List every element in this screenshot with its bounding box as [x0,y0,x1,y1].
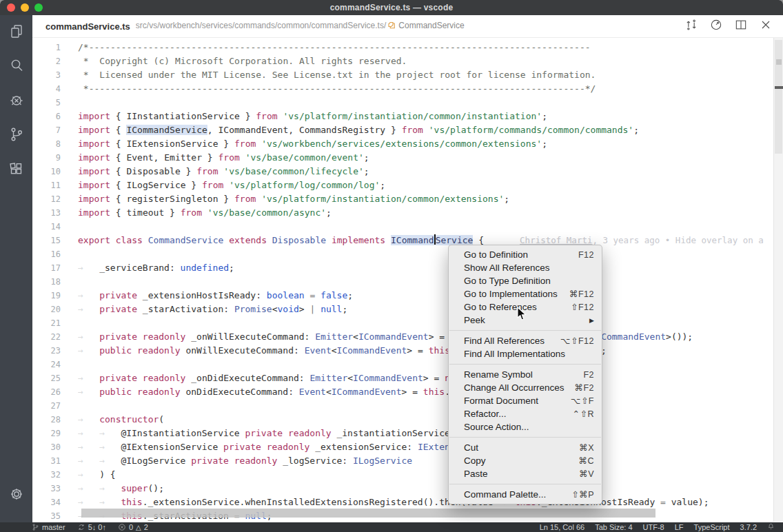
code-line-5[interactable]: 5 [32,96,783,110]
line-number[interactable]: 30 [32,440,78,454]
activity-item-explorer[interactable] [0,15,32,50]
line-number[interactable]: 11 [32,178,78,192]
line-number[interactable]: 27 [32,399,78,413]
line-number[interactable]: 35 [32,509,78,522]
code-line-10[interactable]: 10import { Disposable } from 'vs/base/co… [32,165,783,178]
code-line-21[interactable]: 21 [32,316,783,330]
line-number[interactable]: 34 [32,495,78,509]
vertical-scrollbar[interactable] [773,38,783,522]
activity-item-search[interactable] [0,50,32,84]
menu-item-command-palette[interactable]: Command Palette...⇧⌘P [449,488,602,501]
line-number[interactable]: 4 [32,82,78,96]
title-bar[interactable]: commandService.ts — vscode [0,0,783,15]
code-line-32[interactable]: 32→) { [32,468,783,482]
horizontal-scrollbar[interactable] [81,509,655,518]
problems-indicator[interactable]: 0 △ 2 [118,523,148,531]
code-editor[interactable]: 1/*-------------------------------------… [32,38,783,522]
code-line-29[interactable]: 29→→@IInstantiationService private reado… [32,427,783,440]
line-number[interactable]: 23 [32,344,78,358]
open-changes-button[interactable] [684,19,699,34]
code-line-27[interactable]: 27 [32,399,783,413]
split-editor-button[interactable] [733,19,749,34]
code-line-18[interactable]: 18 [32,275,783,289]
code-line-23[interactable]: 23→public readonly onWillExecuteCommand:… [32,344,783,358]
code-line-26[interactable]: 26→public readonly onDidExecuteCommand: … [32,385,783,399]
code-line-17[interactable]: 17→_serviceBrand: undefined; [32,261,783,275]
line-number[interactable]: 29 [32,427,78,440]
menu-item-refactor[interactable]: Refactor...⌃⇧R [449,407,602,420]
line-number[interactable]: 32 [32,468,78,482]
line-number[interactable]: 19 [32,289,78,303]
menu-item-find-all-implementations[interactable]: Find All Implementations [449,347,602,360]
line-number[interactable]: 13 [32,206,78,220]
menu-item-copy[interactable]: Copy⌘C [449,454,602,467]
code-line-9[interactable]: 9import { Event, Emitter } from 'vs/base… [32,151,783,165]
line-number[interactable]: 3 [32,68,78,82]
code-line-1[interactable]: 1/*-------------------------------------… [32,41,783,54]
line-number[interactable]: 25 [32,371,78,385]
code-line-16[interactable]: 16 [32,247,783,261]
status-tab-size[interactable]: Tab Size: 4 [595,523,632,531]
menu-item-peek[interactable]: Peek▶ [449,314,602,327]
status-language-mode[interactable]: TypeScript [694,523,730,531]
code-line-14[interactable]: 14 [32,220,783,234]
menu-item-go-to-definition[interactable]: Go to DefinitionF12 [449,248,602,261]
close-window-button[interactable] [7,3,15,12]
menu-item-format-document[interactable]: Format Document⌥⇧F [449,394,602,407]
code-line-12[interactable]: 12import { registerSingleton } from 'vs/… [32,192,783,206]
line-number[interactable]: 15 [32,234,78,247]
minimize-window-button[interactable] [21,3,29,12]
menu-item-change-all-occurrences[interactable]: Change All Occurrences⌘F2 [449,381,602,394]
line-number[interactable]: 5 [32,96,78,110]
activity-item-source-control[interactable] [0,119,32,153]
code-line-15[interactable]: 15export class CommandService extends Di… [32,234,783,247]
code-line-25[interactable]: 25→private readonly _onDidExecuteCommand… [32,371,783,385]
code-line-8[interactable]: 8import { IExtensionService } from 'vs/w… [32,137,783,151]
code-line-30[interactable]: 30→→@IExtensionService private readonly … [32,440,783,454]
line-number[interactable]: 9 [32,151,78,165]
activity-item-extensions[interactable] [0,153,32,187]
line-number[interactable]: 31 [32,454,78,468]
line-number[interactable]: 10 [32,165,78,178]
code-line-33[interactable]: 33→→super(); [32,482,783,495]
line-number[interactable]: 2 [32,54,78,68]
line-number[interactable]: 28 [32,413,78,427]
line-number[interactable]: 14 [32,220,78,234]
line-number[interactable]: 17 [32,261,78,275]
branch-indicator[interactable]: master [32,523,65,531]
menu-item-go-to-implementations[interactable]: Go to Implementations⌘F12 [449,287,602,300]
code-line-6[interactable]: 6import { IInstantiationService } from '… [32,110,783,123]
line-number[interactable]: 26 [32,385,78,399]
line-number[interactable]: 6 [32,110,78,123]
status-typescript-version[interactable]: 3.7.2 [740,523,757,531]
line-number[interactable]: 8 [32,137,78,151]
line-number[interactable]: 1 [32,41,78,54]
code-line-20[interactable]: 20→private _starActivation: Promise<void… [32,303,783,316]
line-number[interactable]: 24 [32,358,78,371]
git-blame-annotation[interactable]: Christof Marti, 3 years ago • Hide overl… [520,235,764,245]
code-line-31[interactable]: 31→→@ILogService private readonly _logSe… [32,454,783,468]
menu-item-paste[interactable]: Paste⌘V [449,467,602,480]
line-number[interactable]: 20 [32,303,78,316]
menu-item-go-to-references[interactable]: Go to References⇧F12 [449,300,602,314]
code-line-7[interactable]: 7import { ICommandService, ICommandEvent… [32,123,783,137]
code-line-13[interactable]: 13import { timeout } from 'vs/base/commo… [32,206,783,220]
activity-item-debug[interactable] [0,84,32,119]
code-line-4[interactable]: 4 *-------------------------------------… [32,82,783,96]
code-line-3[interactable]: 3 * Licensed under the MIT License. See … [32,68,783,82]
line-number[interactable]: 21 [32,316,78,330]
code-line-28[interactable]: 28→constructor( [32,413,783,427]
notifications-button[interactable] [767,522,775,532]
code-line-34[interactable]: 34→→this._extensionService.whenInstalled… [32,495,783,509]
activity-item-settings[interactable] [0,478,32,513]
menu-item-source-action[interactable]: Source Action... [449,420,602,433]
line-number[interactable]: 33 [32,482,78,495]
line-number[interactable]: 16 [32,247,78,261]
code-line-2[interactable]: 2 * Copyright (c) Microsoft Corporation.… [32,54,783,68]
code-line-11[interactable]: 11import { ILogService } from 'vs/platfo… [32,178,783,192]
menu-item-go-to-type-definition[interactable]: Go to Type Definition [449,274,602,287]
run-button[interactable] [709,19,724,34]
code-line-24[interactable]: 24 [32,358,783,371]
code-line-22[interactable]: 22→private readonly _onWillExecuteComman… [32,330,783,344]
sync-indicator[interactable]: 5↓ 0↑ [77,523,106,531]
